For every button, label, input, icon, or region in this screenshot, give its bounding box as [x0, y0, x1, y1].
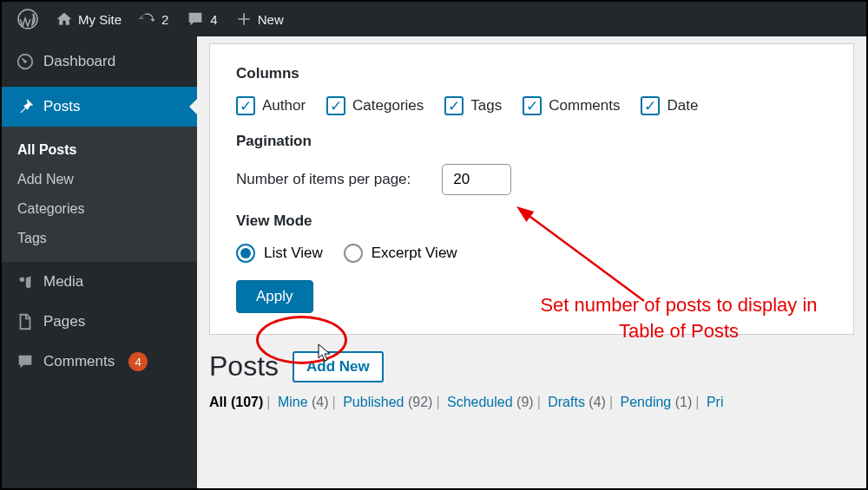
admin-sidebar: Dashboard Posts All Posts Add New Catego… — [2, 36, 197, 488]
filter-scheduled[interactable]: Scheduled (9) — [447, 395, 534, 409]
apply-button[interactable]: Apply — [236, 280, 313, 313]
sidebar-posts[interactable]: Posts — [2, 87, 197, 127]
filter-drafts[interactable]: Drafts (4) — [548, 395, 606, 409]
comment-icon — [186, 10, 205, 29]
pushpin-icon — [16, 97, 35, 116]
sidebar-media[interactable]: Media — [2, 262, 197, 302]
add-new-button[interactable]: Add New — [293, 351, 384, 382]
page-header: Posts Add New — [209, 350, 854, 382]
updates-count: 2 — [161, 12, 168, 27]
check-icon: ✓ — [523, 96, 542, 115]
excerpt-view-radio[interactable]: Excerpt View — [344, 244, 457, 263]
post-status-filters: All (107)| Mine (4)| Published (92)| Sch… — [209, 395, 854, 410]
sidebar-categories[interactable]: Categories — [2, 194, 197, 224]
check-icon: ✓ — [236, 96, 255, 115]
check-icon: ✓ — [326, 96, 345, 115]
svg-point-4 — [26, 284, 30, 289]
comments-badge: 4 — [128, 352, 148, 371]
refresh-icon — [139, 10, 156, 28]
pagination-row: Number of items per page: — [236, 164, 827, 195]
dashboard-icon — [16, 52, 35, 71]
plus-icon — [235, 10, 253, 28]
home-icon — [56, 10, 73, 28]
media-icon — [16, 272, 35, 291]
sidebar-dashboard[interactable]: Dashboard — [2, 36, 197, 87]
view-mode-row: List View Excerpt View — [236, 244, 827, 263]
filter-pending[interactable]: Pending (1) — [621, 395, 693, 409]
columns-heading: Columns — [236, 65, 827, 82]
posts-submenu: All Posts Add New Categories Tags — [2, 127, 197, 262]
column-author-checkbox[interactable]: ✓Author — [236, 96, 306, 115]
column-comments-checkbox[interactable]: ✓Comments — [523, 96, 620, 115]
screen-options-panel: Columns ✓Author ✓Categories ✓Tags ✓Comme… — [209, 43, 854, 335]
page-icon — [16, 312, 35, 331]
pagination-heading: Pagination — [236, 133, 827, 150]
comment-icon — [16, 352, 35, 371]
comments-link[interactable]: 4 — [177, 2, 226, 36]
column-tags-checkbox[interactable]: ✓Tags — [444, 96, 502, 115]
svg-point-3 — [20, 278, 24, 283]
sidebar-all-posts[interactable]: All Posts — [2, 135, 197, 165]
radio-icon — [236, 244, 255, 263]
filter-private[interactable]: Pri — [707, 395, 724, 409]
view-mode-heading: View Mode — [236, 212, 827, 230]
column-date-checkbox[interactable]: ✓Date — [641, 96, 698, 115]
svg-point-2 — [23, 60, 27, 63]
column-categories-checkbox[interactable]: ✓Categories — [326, 96, 424, 115]
filter-all[interactable]: All (107) — [209, 395, 263, 409]
columns-row: ✓Author ✓Categories ✓Tags ✓Comments ✓Dat… — [236, 96, 827, 115]
filter-published[interactable]: Published (92) — [343, 395, 432, 409]
updates-link[interactable]: 2 — [130, 2, 177, 36]
items-per-page-input[interactable] — [442, 164, 511, 195]
new-label: New — [258, 12, 284, 27]
new-link[interactable]: New — [227, 2, 293, 36]
check-icon: ✓ — [641, 96, 660, 115]
wp-logo[interactable] — [9, 2, 47, 36]
items-per-page-label: Number of items per page: — [236, 171, 411, 188]
sidebar-pages[interactable]: Pages — [2, 302, 197, 342]
radio-icon — [344, 244, 363, 263]
toolbar-comments-count: 4 — [210, 12, 217, 27]
check-icon: ✓ — [444, 96, 464, 115]
site-name: My Site — [78, 12, 122, 27]
sidebar-comments[interactable]: Comments 4 — [2, 342, 197, 382]
page-title: Posts — [209, 350, 279, 382]
sidebar-add-new[interactable]: Add New — [2, 165, 197, 194]
wordpress-icon — [17, 9, 38, 29]
list-view-radio[interactable]: List View — [236, 244, 323, 263]
sidebar-tags[interactable]: Tags — [2, 224, 197, 253]
main-content: Columns ✓Author ✓Categories ✓Tags ✓Comme… — [197, 36, 866, 488]
admin-toolbar: My Site 2 4 New — [2, 2, 866, 36]
site-link[interactable]: My Site — [47, 2, 130, 36]
filter-mine[interactable]: Mine (4) — [278, 395, 329, 409]
